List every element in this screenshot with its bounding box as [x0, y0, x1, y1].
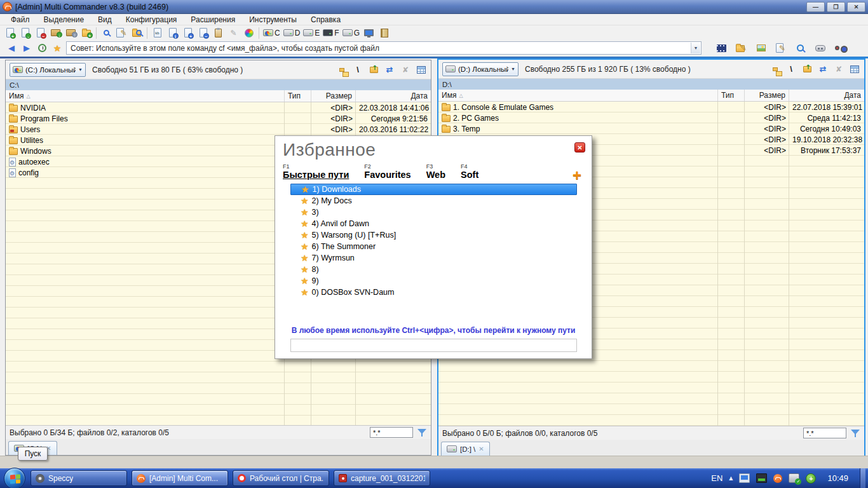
doc-edit-button[interactable]: ✎ [773, 41, 788, 55]
filter-funnel-icon[interactable] [417, 428, 427, 438]
film-button[interactable] [714, 41, 729, 55]
pack-button[interactable]: ↓ [48, 26, 63, 39]
multicommander-tray-icon[interactable] [773, 474, 782, 483]
back-button[interactable]: ◀ [5, 42, 18, 55]
menu-help[interactable]: Справка [304, 14, 348, 25]
desktop-button[interactable] [362, 26, 376, 39]
add-favorite-button[interactable]: + [573, 166, 581, 184]
language-indicator[interactable]: EN [711, 473, 722, 483]
go-root-button[interactable]: \ [785, 64, 797, 75]
taskbar-button-speccy[interactable]: Speccy [31, 470, 127, 486]
favorite-item[interactable]: ★9) [290, 275, 577, 287]
column-name[interactable]: Имя△ [6, 90, 285, 102]
drive-button-g[interactable]: G [341, 26, 361, 39]
table-row[interactable]: 3. Temp<DIR>Сегодня 10:49:03 [438, 123, 864, 134]
favorite-item[interactable]: ★8) [290, 264, 577, 275]
table-row[interactable]: Program Files<DIR>Сегодня 9:21:56 [6, 113, 431, 124]
menu-view[interactable]: Вид [91, 14, 119, 25]
display-icon[interactable] [756, 473, 767, 483]
new-folder-button[interactable]: + [79, 26, 93, 39]
drive-button-d[interactable]: D [282, 26, 302, 39]
table-row[interactable]: 2. PC Games<DIR>Среда 11:42:13 [438, 112, 864, 123]
clipboard-button[interactable] [211, 26, 226, 39]
close-button[interactable]: ✕ [847, 2, 865, 12]
folder-tree-button[interactable] [336, 64, 348, 76]
command-dropdown-button[interactable]: ▼ [691, 43, 700, 53]
filter-funnel-icon[interactable] [850, 428, 860, 438]
go-up-button[interactable] [801, 64, 813, 75]
unpack-button[interactable]: ↑ [64, 26, 78, 39]
new-file-button[interactable]: + [3, 26, 17, 39]
favorite-item[interactable]: ★4) Anvil of Dawn [290, 218, 577, 229]
view-mode-button[interactable] [849, 64, 860, 75]
column-name[interactable]: Имя△ [438, 90, 718, 101]
menu-extensions[interactable]: Расширения [184, 14, 242, 25]
refresh-button[interactable]: ⇄ [817, 64, 829, 75]
drive-button-f[interactable]: F [322, 26, 340, 39]
favorites-star-button[interactable]: ★ [51, 42, 64, 55]
gamepad-button[interactable] [813, 41, 827, 55]
table-row[interactable]: Users<DIR>20.03.2016 11:02:22 [6, 124, 431, 135]
column-size[interactable]: Размер [311, 90, 356, 102]
tab-quick-paths[interactable]: F1 Быстрые пути [283, 163, 349, 180]
color-wheel-button[interactable] [241, 26, 256, 39]
rename-tool-button[interactable]: ✎ [226, 26, 241, 39]
network-icon[interactable] [739, 473, 750, 483]
folder-tree-button[interactable] [770, 64, 781, 75]
show-desktop-button[interactable] [860, 468, 865, 488]
taskbar-button-capture[interactable]: capture_001_0312201... [334, 470, 430, 486]
checksum-create-button[interactable]: + [180, 26, 195, 39]
menu-tools[interactable]: Инструменты [242, 14, 304, 25]
drive-button-e[interactable]: E [302, 26, 321, 39]
view-mode-button[interactable] [416, 64, 427, 76]
tab-soft[interactable]: F4 Soft [461, 163, 478, 180]
restore-button[interactable]: ❐ [827, 2, 845, 12]
preview-button[interactable] [99, 26, 114, 39]
tab-web[interactable]: F3 Web [426, 163, 445, 180]
column-date[interactable]: Дата [356, 90, 431, 102]
dialog-close-button[interactable]: ✕ [574, 142, 585, 152]
minimize-button[interactable]: — [806, 2, 825, 12]
tab-favourites[interactable]: F2 Favourites [364, 163, 410, 180]
antivirus-icon[interactable] [806, 473, 816, 484]
start-button[interactable] [4, 468, 25, 488]
favorite-item[interactable]: ★7) Wyrmsun [290, 252, 577, 264]
edit-file-button[interactable]: ✎ [114, 26, 129, 39]
menu-configuration[interactable]: Конфигурация [119, 14, 184, 25]
column-date[interactable]: Дата [789, 90, 864, 101]
delete-file-button[interactable]: − [33, 26, 48, 39]
keyboard-doc-button[interactable]: kb [150, 26, 165, 39]
column-size[interactable]: Размер [745, 90, 789, 101]
favorite-item[interactable]: ★3) [290, 207, 577, 218]
favorite-path-input[interactable] [290, 339, 577, 352]
column-type[interactable]: Тип [718, 90, 745, 101]
right-panel-tab[interactable]: [D:] \ ✕ [441, 442, 490, 456]
tray-clock[interactable]: 10:49 [827, 473, 848, 483]
command-input[interactable]: Совет: Используйте в этом поле команду c… [66, 41, 702, 55]
go-up-button[interactable] [368, 64, 379, 76]
favorite-item[interactable]: ★5) Warsong (U) [T+Rus] [290, 229, 577, 241]
refresh-button[interactable]: ⇄ [384, 64, 395, 76]
menu-file[interactable]: Файл [4, 14, 37, 25]
right-drive-selector[interactable]: (D:) Локальный ди ▼ [442, 62, 519, 76]
favorite-item-selected[interactable]: ★1) Downloads [290, 184, 577, 195]
left-filter-input[interactable]: *.* [370, 427, 413, 438]
history-button[interactable] [36, 42, 48, 55]
taskbar-button-multicommander[interactable]: [Admin] Multi Com... [132, 470, 228, 486]
favorite-item[interactable]: ★0) DOSBox SVN-Daum [290, 287, 577, 298]
search-files-button[interactable] [130, 26, 144, 39]
log-book-button[interactable] [377, 26, 391, 39]
chevron-up-icon[interactable]: ▲ [729, 475, 733, 481]
table-row[interactable]: NVIDIA<DIR>22.03.2018 14:41:06 [6, 102, 431, 113]
folder-edit-button[interactable]: ✎ [734, 41, 749, 55]
checksum-verify-button[interactable]: − [196, 26, 210, 39]
forward-button[interactable]: ▶ [20, 42, 33, 55]
drive-button-c[interactable]: C [262, 26, 281, 39]
go-root-button[interactable]: \ [352, 64, 363, 76]
table-row[interactable]: 1. Console & Emulate Games<DIR>22.07.201… [438, 102, 864, 112]
picture-button[interactable] [754, 41, 768, 55]
right-path-bar[interactable]: D:\ [438, 79, 864, 90]
favorite-item[interactable]: ★6) The Summoner [290, 241, 577, 252]
column-type[interactable]: Тип [285, 90, 311, 102]
right-filter-input[interactable]: *.* [803, 428, 846, 438]
